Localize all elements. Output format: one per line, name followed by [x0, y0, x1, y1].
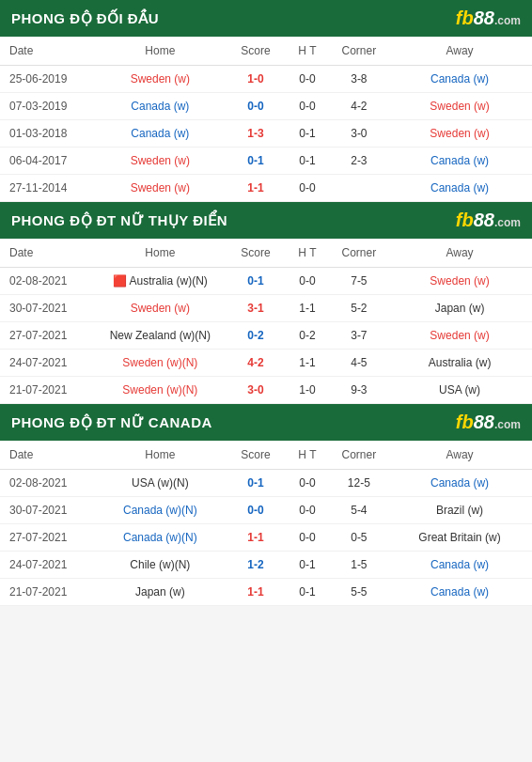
cell-date-1-4: 21-07-2021 [0, 377, 93, 404]
cell-score-1-1: 3-1 [247, 302, 263, 315]
cell-away-0-1: Sweden (w) [430, 100, 489, 113]
cell-away-1-3: Australia (w) [387, 350, 532, 377]
cell-corner-2-2: 0-5 [331, 524, 387, 552]
cell-date-0-0: 25-06-2019 [0, 66, 93, 93]
cell-ht-2-1: 0-0 [284, 497, 330, 524]
cell-ht-1-3: 1-1 [284, 350, 330, 377]
table-row: 02-08-2021🟥 Australia (w)(N)0-10-07-5Swe… [0, 268, 532, 295]
cell-score-2-2: 1-1 [247, 531, 263, 544]
table-row: 24-07-2021Chile (w)(N)1-20-11-5Canada (w… [0, 552, 532, 579]
cell-away-2-2: Great Britain (w) [387, 524, 532, 552]
cell-corner-2-1: 5-4 [331, 497, 387, 524]
cell-score-0-3: 0-1 [247, 154, 263, 167]
section-header-2: PHONG ĐỘ ĐT NỮ CANADA fb88.com [0, 404, 532, 441]
col-header-0-0: Date [0, 37, 93, 66]
table-row: 25-06-2019Sweden (w)1-00-03-8Canada (w) [0, 66, 532, 93]
table-row: 21-07-2021Japan (w)1-10-15-5Canada (w) [0, 579, 532, 606]
col-header-1-5: Away [387, 239, 532, 268]
table-row: 27-07-2021New Zealand (w)(N)0-20-23-7Swe… [0, 322, 532, 350]
cell-date-2-4: 21-07-2021 [0, 579, 93, 606]
cell-date-2-1: 30-07-2021 [0, 497, 93, 524]
cell-date-1-2: 27-07-2021 [0, 322, 93, 350]
cell-corner-2-3: 1-5 [331, 552, 387, 579]
table-container-2: DateHomeScoreH TCornerAway02-08-2021USA … [0, 441, 532, 606]
cell-ht-0-0: 0-0 [284, 66, 330, 93]
table-row: 30-07-2021Sweden (w)3-11-15-2Japan (w) [0, 295, 532, 322]
cell-home-0-3: Sweden (w) [131, 154, 190, 167]
cell-date-1-1: 30-07-2021 [0, 295, 93, 322]
col-header-2-0: Date [0, 441, 93, 470]
cell-ht-1-4: 1-0 [284, 377, 330, 404]
col-header-1-0: Date [0, 239, 93, 268]
cell-away-2-1: Brazil (w) [387, 497, 532, 524]
table-row: 27-07-2021Canada (w)(N)1-10-00-5Great Br… [0, 524, 532, 552]
cell-date-2-0: 02-08-2021 [0, 470, 93, 497]
col-header-1-2: Score [227, 239, 284, 268]
col-header-1-1: Home [93, 239, 227, 268]
cell-ht-2-4: 0-1 [284, 579, 330, 606]
cell-score-0-1: 0-0 [247, 100, 263, 113]
cell-date-1-3: 24-07-2021 [0, 350, 93, 377]
col-header-2-3: H T [284, 441, 330, 470]
cell-away-1-1: Japan (w) [387, 295, 532, 322]
table-container-1: DateHomeScoreH TCornerAway02-08-2021🟥 Au… [0, 239, 532, 404]
cell-corner-0-3: 2-3 [331, 148, 387, 175]
cell-date-0-1: 07-03-2019 [0, 93, 93, 120]
cell-home-2-4: Japan (w) [93, 579, 227, 606]
section-title-0: PHONG ĐỘ ĐỐI ĐẦU [11, 10, 159, 27]
brand-logo-0: fb88.com [456, 8, 521, 29]
section-title-1: PHONG ĐỘ ĐT NỮ THỤY ĐIỂN [11, 212, 227, 229]
cell-away-2-3: Canada (w) [430, 558, 489, 571]
cell-ht-1-1: 1-1 [284, 295, 330, 322]
cell-score-1-3: 4-2 [247, 356, 263, 369]
brand-logo-2: fb88.com [456, 412, 521, 433]
cell-score-2-1: 0-0 [247, 504, 263, 517]
table-container-0: DateHomeScoreH TCornerAway25-06-2019Swed… [0, 37, 532, 202]
cell-ht-2-0: 0-0 [284, 470, 330, 497]
cell-away-0-3: Canada (w) [430, 154, 489, 167]
cell-ht-1-0: 0-0 [284, 268, 330, 295]
table-row: 30-07-2021Canada (w)(N)0-00-05-4Brazil (… [0, 497, 532, 524]
cell-home-0-4: Sweden (w) [131, 181, 190, 194]
table-row: 07-03-2019Canada (w)0-00-04-2Sweden (w) [0, 93, 532, 120]
cell-home-0-0: Sweden (w) [131, 72, 190, 86]
table-row: 24-07-2021Sweden (w)(N)4-21-14-5Australi… [0, 350, 532, 377]
col-header-2-5: Away [387, 441, 532, 470]
col-header-0-2: Score [227, 37, 284, 66]
cell-away-1-4: USA (w) [387, 377, 532, 404]
cell-corner-1-0: 7-5 [331, 268, 387, 295]
cell-date-0-4: 27-11-2014 [0, 175, 93, 202]
cell-home-2-0: USA (w)(N) [93, 470, 227, 497]
cell-corner-0-0: 3-8 [331, 66, 387, 93]
cell-score-1-4: 3-0 [247, 383, 263, 397]
cell-corner-1-1: 5-2 [331, 295, 387, 322]
col-header-2-1: Home [93, 441, 227, 470]
cell-away-1-2: Sweden (w) [430, 329, 489, 342]
cell-corner-0-1: 4-2 [331, 93, 387, 120]
brand-logo-1: fb88.com [456, 210, 521, 231]
cell-date-2-3: 24-07-2021 [0, 552, 93, 579]
table-0: DateHomeScoreH TCornerAway25-06-2019Swed… [0, 37, 532, 202]
cell-ht-1-2: 0-2 [284, 322, 330, 350]
table-row: 02-08-2021USA (w)(N)0-10-012-5Canada (w) [0, 470, 532, 497]
cell-home-0-1: Canada (w) [131, 100, 189, 113]
cell-home-0-2: Canada (w) [131, 127, 189, 140]
cell-corner-0-2: 3-0 [331, 120, 387, 148]
cell-corner-1-2: 3-7 [331, 322, 387, 350]
cell-home-1-0: 🟥 Australia (w)(N) [93, 268, 227, 295]
cell-corner-1-3: 4-5 [331, 350, 387, 377]
cell-date-0-2: 01-03-2018 [0, 120, 93, 148]
cell-corner-0-4 [331, 175, 387, 202]
cell-score-0-2: 1-3 [247, 127, 263, 140]
cell-away-0-4: Canada (w) [430, 181, 489, 194]
cell-home-1-3: Sweden (w)(N) [122, 356, 197, 369]
cell-home-2-2: Canada (w)(N) [123, 531, 197, 544]
cell-score-2-4: 1-1 [247, 585, 263, 599]
col-header-0-5: Away [387, 37, 532, 66]
cell-date-0-3: 06-04-2017 [0, 148, 93, 175]
cell-home-1-2: New Zealand (w)(N) [93, 322, 227, 350]
col-header-1-4: Corner [331, 239, 387, 268]
table-row: 21-07-2021Sweden (w)(N)3-01-09-3USA (w) [0, 377, 532, 404]
table-1: DateHomeScoreH TCornerAway02-08-2021🟥 Au… [0, 239, 532, 404]
cell-corner-1-4: 9-3 [331, 377, 387, 404]
